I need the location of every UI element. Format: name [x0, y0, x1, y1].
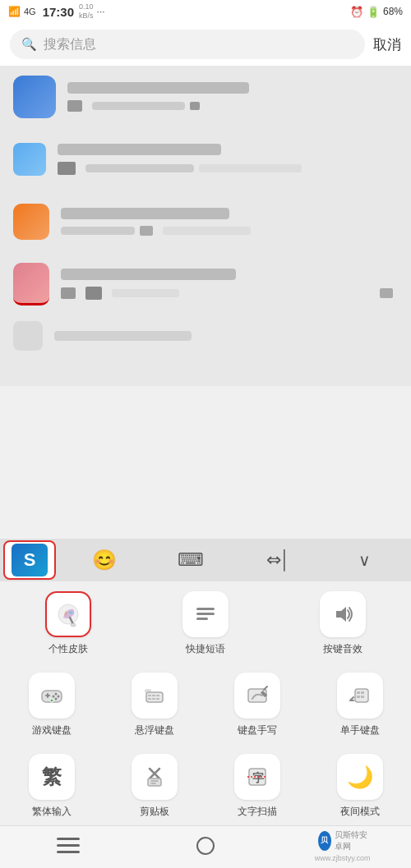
- svg-rect-30: [361, 696, 364, 698]
- app-icon: [13, 321, 43, 351]
- scan-icon: 字: [244, 764, 270, 790]
- app-icon: [13, 143, 46, 176]
- app-list-row: [0, 315, 411, 356]
- svg-point-9: [54, 693, 57, 696]
- app-logo-button[interactable]: S: [3, 540, 56, 580]
- option-label-scan: 文字扫描: [238, 805, 277, 819]
- svg-point-10: [57, 696, 59, 698]
- keyboard-toggle-button[interactable]: ⌨: [148, 540, 235, 580]
- handwrite-icon: [244, 682, 270, 709]
- battery-percent: 68%: [383, 6, 403, 17]
- status-bar: 📶 4G 17:30 0.10kB/s ··· ⏰ 🔋 68%: [0, 0, 411, 23]
- cancel-button[interactable]: 取消: [373, 35, 401, 54]
- search-input-wrap[interactable]: 🔍 搜索信息: [10, 30, 365, 59]
- float-icon-wrap: [132, 673, 178, 719]
- cursor-icon: ⇔│: [266, 549, 289, 571]
- svg-rect-15: [146, 692, 163, 702]
- onehand-icon: [347, 682, 373, 709]
- options-row-1: 个性皮肤 快捷短语 按键音效: [0, 581, 411, 663]
- menu-button[interactable]: [44, 828, 93, 864]
- watermark-url: www.zjbstyy.com: [315, 854, 371, 862]
- option-jiantie[interactable]: 剪贴板: [103, 744, 206, 825]
- scan-icon-wrap: 字: [234, 754, 280, 800]
- keyboard-icon: ⌨: [178, 549, 204, 571]
- option-label-anjianyin: 按键音效: [323, 642, 363, 656]
- watermark-logo: 贝: [318, 831, 331, 851]
- app-icon: [13, 204, 49, 240]
- svg-rect-22: [145, 689, 151, 693]
- option-label-kuaijie: 快捷短语: [186, 642, 225, 656]
- search-icon: 🔍: [21, 37, 37, 52]
- toolbar-row: S 😊 ⌨ ⇔│ ∨: [0, 539, 411, 581]
- option-label-shoushu: 键盘手写: [238, 723, 277, 737]
- watermark-text: 贝斯特安卓网: [335, 829, 367, 852]
- app-info: [61, 208, 398, 236]
- blur-sq-sm: [190, 102, 200, 110]
- option-gerenpifu[interactable]: 个性皮肤: [0, 581, 137, 663]
- option-label-xuanfu: 悬浮键盘: [135, 723, 174, 737]
- app-icon: [13, 263, 49, 305]
- shortcut-icon-wrap: [182, 591, 229, 637]
- blur-sq: [61, 287, 76, 299]
- signal-icon: 📶: [8, 6, 21, 17]
- battery-icon: 🔋: [367, 6, 380, 18]
- svg-rect-41: [57, 851, 80, 853]
- app-info: [67, 82, 398, 112]
- option-label-dangshou: 单手键盘: [340, 723, 380, 737]
- night-icon-wrap: 🌙: [337, 754, 383, 800]
- cursor-button[interactable]: ⇔│: [234, 540, 321, 580]
- option-shoushu[interactable]: 键盘手写: [206, 663, 308, 744]
- svg-rect-4: [196, 618, 208, 620]
- shortcut-icon: [192, 601, 219, 627]
- app-icon: [13, 76, 56, 118]
- night-icon: 🌙: [347, 765, 373, 790]
- bottom-nav: 贝 贝斯特安卓网 www.zjbstyy.com: [0, 825, 411, 868]
- sound-icon-wrap: [320, 591, 366, 637]
- svg-rect-33: [148, 778, 161, 786]
- svg-rect-17: [152, 695, 155, 696]
- option-xuanfu[interactable]: 悬浮键盘: [103, 663, 206, 744]
- paint-icon: [55, 601, 81, 627]
- clip-icon: [141, 764, 168, 790]
- option-anjianyin[interactable]: 按键音效: [274, 581, 411, 663]
- option-dangshou[interactable]: 单手键盘: [308, 663, 411, 744]
- option-scan[interactable]: 字 文字扫描: [206, 744, 308, 825]
- option-fanti[interactable]: 繁 繁体输入: [0, 744, 103, 825]
- expand-button[interactable]: ∨: [321, 540, 409, 580]
- svg-rect-19: [148, 698, 151, 700]
- options-row-3: 繁 繁体输入 剪贴板 字: [0, 744, 411, 825]
- svg-rect-27: [357, 691, 360, 694]
- svg-rect-18: [156, 695, 159, 696]
- blur-sq: [58, 162, 76, 175]
- option-kuaijieduanyu[interactable]: 快捷短语: [137, 581, 275, 663]
- trad-icon-wrap: 繁: [29, 754, 75, 800]
- onehand-icon-wrap: [337, 673, 383, 719]
- option-label-jiantie: 剪贴板: [140, 805, 169, 819]
- search-bar: 🔍 搜索信息 取消: [0, 23, 411, 66]
- home-button[interactable]: [181, 828, 230, 864]
- emoji-icon: 😊: [92, 549, 117, 572]
- blur-sq: [67, 100, 82, 112]
- svg-rect-8: [47, 693, 48, 698]
- emoji-button[interactable]: 😊: [61, 540, 148, 580]
- s-logo-icon: S: [12, 544, 48, 576]
- speed-display: 0.10kB/s: [79, 2, 94, 21]
- option-label-gerenpifu: 个性皮肤: [48, 642, 88, 656]
- clip-icon-wrap: [132, 754, 178, 800]
- app-info: [61, 269, 398, 300]
- svg-line-24: [264, 687, 267, 690]
- svg-rect-39: [57, 838, 80, 840]
- svg-rect-16: [148, 695, 151, 696]
- float-icon: [141, 682, 168, 709]
- option-youxi[interactable]: ✓ 游戏键盘: [0, 663, 103, 744]
- menu-icon: [57, 838, 80, 854]
- status-right: ⏰ 🔋 68%: [350, 6, 403, 18]
- expand-icon: ∨: [358, 550, 371, 570]
- option-night[interactable]: 🌙 夜间模式: [308, 744, 411, 825]
- option-label-night: 夜间模式: [340, 805, 380, 819]
- blur-sq: [85, 287, 102, 300]
- svg-rect-21: [156, 698, 159, 700]
- blur-sq: [140, 226, 153, 236]
- svg-rect-40: [57, 844, 80, 847]
- dots: ···: [97, 6, 105, 17]
